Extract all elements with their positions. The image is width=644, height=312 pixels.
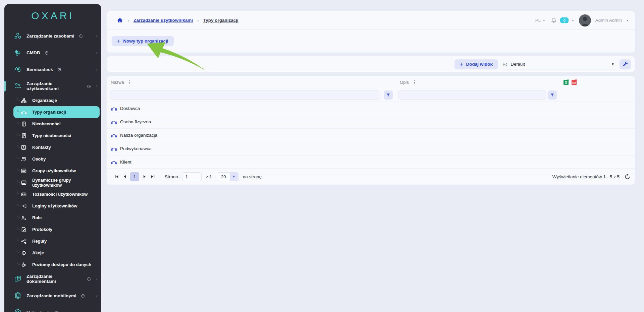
sidebar-item-nieobecnosci[interactable]: Nieobecności xyxy=(4,118,101,130)
next-page-button[interactable] xyxy=(141,173,149,181)
column-menu-icon[interactable]: ⋮ xyxy=(127,79,132,85)
sidebar-item-poziomy-dostepu[interactable]: Poziomy dostępu do danych xyxy=(4,259,101,270)
sidebar-item-akcje[interactable]: Akcje xyxy=(4,247,101,259)
add-view-button[interactable]: + Dodaj widok xyxy=(454,59,498,69)
role-icon xyxy=(21,215,27,220)
sidebar-item-label: Reguły xyxy=(32,239,47,244)
chevron-down-icon: ∨ xyxy=(95,67,98,72)
sidebar-item-label: Loginy użytkowników xyxy=(32,203,77,208)
notification-badge[interactable]: 0 xyxy=(560,17,569,23)
user-name: Admin Admin xyxy=(595,18,622,23)
sidebar-item-label: Osoby xyxy=(32,157,46,162)
gauge-badge-icon: ◷ xyxy=(55,310,58,312)
gauge-badge-icon: ◷ xyxy=(45,50,48,55)
sidebar-item-zarzadzanie-uzytkownikami[interactable]: Zarządzanie użytkownikami ◷ ∧ xyxy=(4,78,101,95)
filter-button-nazwa[interactable] xyxy=(384,90,393,100)
sidebar-item-role[interactable]: Role xyxy=(4,212,101,224)
table-row[interactable]: Osoba fizyczna xyxy=(107,115,635,128)
id-card-icon xyxy=(21,192,27,197)
documents-icon xyxy=(14,275,22,283)
filter-input-nazwa[interactable] xyxy=(110,90,380,100)
actions-row: + Nowy typ organizacji xyxy=(107,30,635,52)
avatar[interactable] xyxy=(579,14,591,26)
sidebar-item-grupy-uzytkownikow[interactable]: Grupy użytkowników xyxy=(4,165,101,177)
bezier-icon xyxy=(111,133,117,138)
page-label: Strona xyxy=(165,174,178,179)
sidebar-item-ustawienia[interactable]: Ustawienia ◷ ∨ xyxy=(4,304,101,312)
export-pdf-icon[interactable]: PDF xyxy=(572,79,577,85)
previous-page-button[interactable] xyxy=(121,173,129,181)
row-name: Dostawca xyxy=(120,106,140,111)
app-viewport: OXARI Zarządzanie zasobami ◷ ∨ CMDB ◷ ∨ xyxy=(0,0,644,312)
filter-input-opis[interactable] xyxy=(398,90,546,100)
sidebar-item-loginy[interactable]: Loginy użytkowników xyxy=(4,200,101,212)
last-page-button[interactable] xyxy=(149,173,157,181)
journal-icon xyxy=(21,121,27,127)
sidebar-item-osoby[interactable]: Osoby xyxy=(4,153,101,165)
sidebar-item-label: CMDB xyxy=(26,50,40,55)
breadcrumb-current-typy-organizacji[interactable]: Typy organizacji xyxy=(203,18,238,23)
sidebar-item-dynamiczne-grupy[interactable]: Dynamiczne grupy użytkowników xyxy=(4,177,101,188)
sidebar-item-zarzadzanie-mobilnymi[interactable]: Zarządzanie mobilnymi ◷ ∨ xyxy=(4,287,101,304)
table-row[interactable]: Podwykonawca xyxy=(107,142,635,155)
sidebar-item-typy-nieobecnosci[interactable]: Typy nieobecności xyxy=(4,130,101,141)
sidebar-item-label: Typy organizacji xyxy=(32,110,66,115)
new-organization-type-button[interactable]: + Nowy typ organizacji xyxy=(112,36,174,46)
table-header-row: Nazwa ⋮ Opis ⋮ X PDF xyxy=(107,76,635,88)
page-number-input[interactable] xyxy=(182,172,202,181)
view-selector[interactable]: ◎ Default ▼ xyxy=(503,59,614,69)
chevron-down-icon: ▼ xyxy=(611,62,614,66)
sidebar-subnav: Organizacje Typy organizacji Nieobecnośc… xyxy=(4,95,101,270)
current-page-button[interactable]: 1 xyxy=(130,172,139,181)
bell-icon[interactable] xyxy=(551,17,557,23)
column-menu-icon[interactable]: ⋮ xyxy=(412,79,417,85)
table-row[interactable]: Dostawca xyxy=(107,102,635,115)
sidebar: OXARI Zarządzanie zasobami ◷ ∨ CMDB ◷ ∨ xyxy=(4,4,101,312)
bezier-icon xyxy=(21,110,27,115)
chevron-down-icon[interactable]: ▾ xyxy=(627,18,628,22)
table-row[interactable]: Nasza organizacja xyxy=(107,128,635,142)
contact-card-icon xyxy=(21,145,27,150)
sidebar-item-servicedesk[interactable]: Servicedesk ◷ ∨ xyxy=(4,61,101,78)
pagination-summary-group: Wyświetlanie elementów 1 - 5 z 5 xyxy=(552,174,630,180)
wrench-icon xyxy=(623,61,628,67)
sidebar-item-kontakty[interactable]: Kontakty xyxy=(4,141,101,153)
chevron-down-icon[interactable]: ▾ xyxy=(572,18,574,22)
bezier-icon xyxy=(111,106,117,111)
settings-icon xyxy=(14,309,22,312)
per-page-select[interactable]: 20 ▼ xyxy=(217,172,238,181)
bezier-icon xyxy=(111,160,117,165)
language-selector[interactable]: PL ▾ xyxy=(535,18,545,23)
home-icon[interactable] xyxy=(117,17,123,23)
export-excel-icon[interactable]: X xyxy=(564,79,569,85)
sidebar-item-label: Ustawienia xyxy=(26,310,50,312)
table-row[interactable]: Klient xyxy=(107,155,635,169)
sidebar-item-label: Akcje xyxy=(32,250,44,255)
breadcrumb-link-zarzadzanie-uzytkownikami[interactable]: Zarządzanie użytkownikami xyxy=(133,18,193,23)
column-label: Opis xyxy=(400,80,409,85)
view-settings-button[interactable] xyxy=(620,59,631,69)
servicedesk-icon xyxy=(14,66,22,73)
sidebar-item-label: Role xyxy=(32,215,42,220)
sidebar-item-reguly[interactable]: Reguły xyxy=(4,235,101,247)
sidebar-item-organizacje[interactable]: Organizacje xyxy=(4,95,101,106)
sidebar-item-label: Nieobecności xyxy=(32,121,61,126)
sidebar-item-zarzadzanie-zasobami[interactable]: Zarządzanie zasobami ◷ ∨ xyxy=(4,27,101,44)
row-name: Nasza organizacja xyxy=(120,133,157,138)
chevron-up-icon: ∧ xyxy=(95,84,98,88)
chevron-down-icon: ▾ xyxy=(543,18,545,22)
gauge-badge-icon: ◷ xyxy=(87,276,90,281)
sidebar-item-typy-organizacji[interactable]: Typy organizacji xyxy=(13,106,100,118)
funnel-icon xyxy=(550,93,554,97)
gauge-badge-icon: ◷ xyxy=(87,84,90,88)
sidebar-item-zarzadzanie-dokumentami[interactable]: Zarządzanie dokumentami ◷ ∨ xyxy=(4,270,101,287)
refresh-icon[interactable] xyxy=(625,174,630,180)
sidebar-item-protokoly[interactable]: Protokoły xyxy=(4,224,101,235)
filter-button-opis[interactable] xyxy=(548,90,557,100)
sidebar-item-cmdb[interactable]: CMDB ◷ ∨ xyxy=(4,44,101,61)
column-header-opis: Opis ⋮ xyxy=(398,79,635,85)
plus-icon: + xyxy=(117,38,120,44)
sidebar-item-tozsamosci[interactable]: Tożsamości użytkowników xyxy=(4,188,101,200)
view-selected-label: Default xyxy=(511,62,525,67)
first-page-button[interactable] xyxy=(113,173,121,181)
